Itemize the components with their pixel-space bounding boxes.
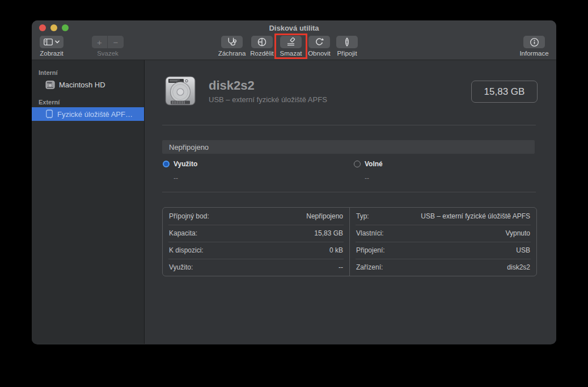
detail-value: Vypnuto — [505, 229, 530, 237]
partition-pie-icon — [257, 37, 266, 47]
window-header: Disková utilita — [32, 20, 556, 60]
detail-value: USB — [516, 246, 530, 254]
toolbar: Zobrazit + − Svazek — [32, 34, 556, 60]
eraser-icon — [286, 37, 295, 47]
titlebar: Disková utilita — [32, 20, 556, 34]
first-aid-button[interactable] — [221, 36, 243, 48]
traffic-lights — [39, 24, 69, 31]
table-row: Kapacita: 15,83 GB — [163, 225, 349, 242]
zoom-window-button[interactable] — [62, 24, 69, 31]
mount-label: Připojit — [337, 50, 357, 57]
sidebar-item-external-apfs[interactable]: Fyzické úložiště APF… — [32, 107, 144, 121]
partition-map-bar: Nepřipojeno — [162, 140, 535, 154]
sidebar-section-internal: Interní — [39, 69, 144, 76]
sidebar: Interní Macintosh HD Externí — [32, 60, 145, 344]
free-legend-value: -- — [365, 174, 545, 182]
table-row: Využito: -- — [163, 259, 349, 276]
free-legend-label: Volné — [365, 160, 383, 168]
mount-icon-button[interactable] — [336, 36, 358, 48]
detail-value: -- — [339, 263, 343, 271]
volume-segmented-control: + − — [92, 36, 124, 48]
view-button-label: Zobrazit — [40, 50, 64, 57]
first-aid-toolbar-item: Záchrana — [217, 36, 247, 57]
detail-value: Nepřipojeno — [306, 212, 343, 220]
internal-drive-icon — [45, 81, 55, 89]
table-row: Vlastníci: Vypnuto — [350, 225, 536, 242]
table-row: K dispozici: 0 kB — [163, 242, 349, 259]
used-legend-label: Využito — [174, 160, 197, 168]
add-volume-button[interactable]: + — [92, 36, 108, 48]
sidebar-view-icon — [44, 39, 53, 45]
disk-utility-window: Disková utilita — [32, 20, 556, 344]
view-button[interactable] — [40, 36, 64, 48]
legend-item-used: Využito -- — [163, 160, 354, 182]
details-table: Přípojný bod: Nepřipojeno Kapacita: 15,8… — [162, 207, 537, 276]
erase-button[interactable] — [280, 36, 302, 48]
detail-value: 15,83 GB — [314, 229, 343, 237]
first-aid-label: Záchrana — [218, 50, 246, 57]
info-button[interactable] — [523, 36, 545, 48]
partition-button[interactable] — [251, 36, 273, 48]
close-window-button[interactable] — [39, 24, 46, 31]
table-row: Přípojný bod: Nepřipojeno — [163, 208, 349, 225]
restore-label: Obnovit — [308, 50, 331, 57]
detail-value: 0 kB — [329, 246, 343, 254]
restore-button[interactable] — [308, 36, 330, 48]
erase-label: Smazat — [280, 50, 302, 57]
details-left-column: Přípojný bod: Nepřipojeno Kapacita: 15,8… — [163, 208, 350, 276]
detail-label: Přípojný bod: — [169, 212, 209, 220]
table-row: Připojení: USB — [350, 242, 536, 259]
separator — [162, 125, 536, 125]
restore-toolbar-item: Obnovit — [305, 36, 333, 57]
separator — [162, 192, 536, 192]
chevron-down-icon — [55, 40, 60, 44]
window-title: Disková utilita — [32, 20, 556, 36]
device-title-block: disk2s2 USB – externí fyzické úložiště A… — [209, 78, 327, 104]
detail-label: K dispozici: — [169, 246, 204, 254]
detail-label: Zařízení: — [356, 263, 383, 271]
sidebar-item-label: Fyzické úložiště APF… — [57, 110, 133, 119]
main-content: disk2s2 USB – externí fyzické úložiště A… — [145, 60, 556, 344]
restore-arrow-icon — [315, 37, 324, 47]
remove-volume-button[interactable]: − — [108, 36, 124, 48]
volume-toolbar-group: + − Svazek — [88, 36, 127, 57]
capacity-badge: 15,83 GB — [471, 81, 538, 103]
detail-value: USB – externí fyzické úložiště APFS — [421, 212, 530, 220]
view-toolbar-group: Zobrazit — [36, 36, 67, 57]
detail-label: Připojení: — [356, 246, 385, 254]
detail-label: Využito: — [169, 263, 193, 271]
detail-label: Vlastníci: — [356, 229, 384, 237]
window-body: Interní Macintosh HD Externí — [32, 60, 556, 344]
partition-toolbar-item: Rozdělit — [247, 36, 277, 57]
info-label: Informace — [519, 50, 548, 57]
info-toolbar-item: Informace — [517, 36, 552, 57]
sidebar-item-label: Macintosh HD — [59, 81, 105, 89]
device-description: USB – externí fyzické úložiště APFS — [209, 95, 327, 104]
hard-drive-icon — [163, 74, 197, 108]
mount-toolbar-item: Připojit — [333, 36, 361, 57]
legend-item-free: Volné -- — [354, 160, 545, 182]
erase-toolbar-item: Smazat — [277, 36, 305, 57]
mount-spindle-icon — [344, 37, 350, 47]
sidebar-section-external: Externí — [39, 99, 144, 106]
usage-legend: Využito -- Volné -- — [163, 160, 545, 182]
partition-label: Rozdělit — [250, 50, 274, 57]
device-name: disk2s2 — [209, 78, 327, 93]
detail-label: Typ: — [356, 212, 369, 220]
external-drive-icon — [45, 110, 53, 119]
sidebar-item-macintosh-hd[interactable]: Macintosh HD — [32, 78, 144, 91]
stethoscope-icon — [226, 37, 238, 47]
table-row: Typ: USB – externí fyzické úložiště APFS — [350, 208, 536, 225]
details-right-column: Typ: USB – externí fyzické úložiště APFS… — [350, 208, 536, 276]
actions-toolbar-group: Záchrana — [217, 36, 361, 57]
used-legend-dot — [163, 161, 170, 167]
table-row: Zařízení: disk2s2 — [350, 259, 536, 276]
detail-value: disk2s2 — [507, 263, 530, 271]
detail-label: Kapacita: — [169, 229, 197, 237]
used-legend-value: -- — [174, 174, 354, 182]
device-header: disk2s2 USB – externí fyzické úložiště A… — [163, 74, 327, 108]
minimize-window-button[interactable] — [50, 24, 57, 31]
volume-group-label: Svazek — [97, 50, 119, 57]
free-legend-dot — [354, 161, 361, 167]
info-circle-icon — [530, 37, 539, 47]
